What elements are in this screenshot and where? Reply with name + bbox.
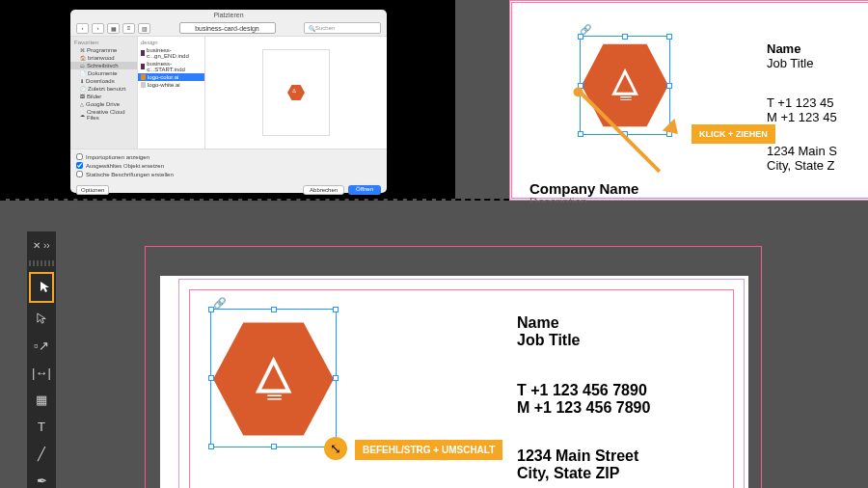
- business-card-top: 🔗 △═ KLICK + ZIEHEN Name Job Title T +1 …: [509, 0, 868, 201]
- selection-tool-highlight: [29, 272, 54, 303]
- sidebar-item[interactable]: 📄Dokumente: [70, 69, 137, 77]
- file-item[interactable]: business-c...START.indd: [138, 60, 204, 73]
- selection-tool[interactable]: [33, 276, 58, 299]
- phone-m: M +1 123 45: [767, 110, 837, 124]
- logo-preview-icon: [287, 84, 305, 101]
- dialog-title: Platzieren: [70, 10, 387, 20]
- search-input[interactable]: 🔍 Suchen: [304, 22, 381, 34]
- addr1: 1234 Main Street: [517, 447, 638, 465]
- sidebar-item[interactable]: 🕘Zuletzt benutzt: [70, 85, 137, 93]
- view-grid-button[interactable]: ▦: [107, 23, 120, 34]
- phone-t: T +1 123 45: [767, 95, 834, 110]
- sidebar-item[interactable]: ▭Schreibtisch: [70, 62, 137, 69]
- direct-select-tool[interactable]: [29, 307, 54, 330]
- close-panel-icon[interactable]: ✕ ››: [29, 233, 54, 257]
- replace-selected-check[interactable]: Ausgewähltes Objekt ersetzen: [76, 161, 381, 170]
- tools-panel: ✕ ›› ▫↗ |↔| ▦ T ╱ ✒ ✎: [27, 231, 56, 488]
- panel-grip[interactable]: [29, 260, 54, 266]
- cancel-button[interactable]: Abbrechen: [303, 185, 344, 195]
- sidebar-item[interactable]: ⬇Downloads: [70, 77, 137, 85]
- file-item[interactable]: logo-color.ai: [138, 73, 204, 81]
- canvas-top: 🔗 △═ KLICK + ZIEHEN Name Job Title T +1 …: [455, 0, 868, 199]
- resize-cursor-icon: ⤡: [324, 437, 347, 460]
- selection-frame[interactable]: [210, 309, 337, 447]
- import-options-check[interactable]: Importoptionen anzeigen: [76, 152, 381, 161]
- phone-m: M +1 123 456 7890: [517, 399, 650, 417]
- file-preview: [205, 37, 387, 149]
- selection-frame[interactable]: [580, 36, 670, 135]
- file-item[interactable]: business-c...gn_END.indd: [138, 46, 204, 60]
- view-col-button[interactable]: ▥: [138, 23, 150, 34]
- line-tool[interactable]: ╱: [29, 442, 54, 465]
- page-tool[interactable]: ▫↗: [29, 334, 54, 357]
- column-header: design: [138, 39, 204, 46]
- sidebar-item[interactable]: 🏠brianwood: [70, 54, 137, 62]
- name-label: Name: [517, 314, 559, 332]
- sidebar-header: Favoriten: [70, 39, 137, 46]
- place-dialog: Platzieren ‹ › ▦ ≡ ▥ business-card-desig…: [70, 10, 387, 193]
- job-label: Job Title: [517, 332, 581, 349]
- file-column: design business-c...gn_END.indd business…: [138, 37, 205, 149]
- open-button[interactable]: Öffnen: [348, 185, 381, 195]
- view-list-button[interactable]: ≡: [122, 23, 135, 34]
- file-item[interactable]: logo-white.ai: [138, 81, 204, 89]
- company-label: Company Name: [529, 180, 638, 197]
- hint-badge: BEFEHL/STRG + UMSCHALT: [355, 440, 502, 460]
- sidebar-item[interactable]: △Google Drive: [70, 100, 137, 108]
- folder-dropdown[interactable]: business-card-design: [179, 22, 276, 34]
- dialog-sidebar: Favoriten ⌘Programme 🏠brianwood ▭Schreib…: [70, 37, 138, 149]
- options-button[interactable]: Optionen: [76, 185, 109, 195]
- static-captions-check[interactable]: Statische Beschriftungen erstellen: [76, 170, 381, 178]
- sidebar-item[interactable]: ☁Creative Cloud Files: [70, 108, 137, 122]
- place-dialog-panel: Platzieren ‹ › ▦ ≡ ▥ business-card-desig…: [0, 0, 455, 199]
- addr1: 1234 Main S: [767, 144, 837, 158]
- job-label: Job Title: [767, 56, 813, 70]
- pen-tool[interactable]: ✒: [29, 469, 54, 488]
- content-collector-tool[interactable]: ▦: [29, 388, 54, 411]
- addr2: City, State Z: [767, 158, 835, 173]
- nav-fwd-button[interactable]: ›: [92, 23, 104, 34]
- business-card-bottom: 🔗 △═ ⤡ BEFEHL/STRG + UMSCHALT Name Job T…: [160, 276, 748, 488]
- gap-tool[interactable]: |↔|: [29, 361, 54, 384]
- nav-back-button[interactable]: ‹: [76, 23, 89, 34]
- type-tool[interactable]: T: [29, 415, 54, 438]
- canvas-bottom: 🔗 △═ ⤡ BEFEHL/STRG + UMSCHALT Name Job T…: [145, 246, 762, 488]
- sidebar-item[interactable]: ⌘Programme: [70, 46, 137, 54]
- addr2: City, State ZIP: [517, 465, 619, 482]
- hint-badge: KLICK + ZIEHEN: [692, 124, 775, 144]
- sidebar-item[interactable]: 🖼Bilder: [70, 93, 137, 100]
- name-label: Name: [767, 41, 800, 56]
- phone-t: T +1 123 456 7890: [517, 382, 647, 399]
